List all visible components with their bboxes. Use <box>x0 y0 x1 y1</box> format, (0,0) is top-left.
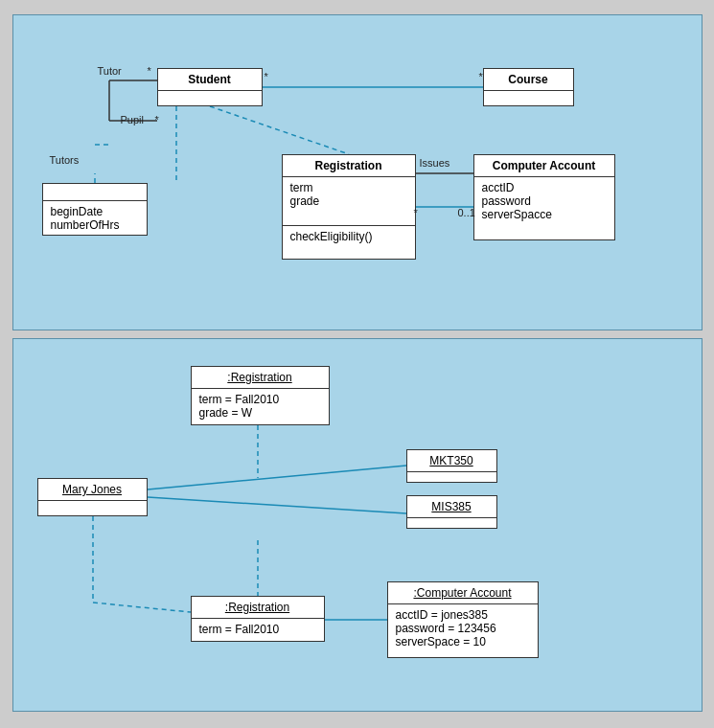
mkt350-object: MKT350 <box>406 449 497 483</box>
registration-method-1: checkEligibility() <box>290 230 407 243</box>
tutoring-attr-1: beginDate <box>51 205 139 218</box>
course-class: Course <box>483 68 574 106</box>
tutoring-attr-2: numberOfHrs <box>51 218 139 232</box>
registration2-object: :Registration term = Fall2010 <box>191 596 325 642</box>
svg-line-7 <box>210 106 349 154</box>
label-star-reg: * <box>414 207 418 218</box>
object-diagram-panel: :Registration term = Fall2010 grade = W … <box>12 338 702 712</box>
ca-attr-3: serverSpacce <box>482 208 607 221</box>
ca-object-header: :Computer Account <box>388 582 538 604</box>
computer-account-object: :Computer Account acctID = jones385 pass… <box>387 581 539 658</box>
registration2-object-header: :Registration <box>192 597 324 619</box>
mis385-object: MIS385 <box>406 495 497 529</box>
ca-obj-attr-1: acctID = jones385 <box>396 608 530 622</box>
label-zero-one: 0..1 <box>458 207 475 218</box>
label-star-2: * <box>265 71 268 82</box>
tutoring-class-header <box>43 184 147 201</box>
registration-class-body: term grade <box>283 177 415 225</box>
registration2-object-body: term = Fall2010 <box>192 619 324 640</box>
label-issues: Issues <box>420 157 450 169</box>
reg1-attr-2: grade = W <box>199 406 321 420</box>
registration-class-header: Registration <box>283 155 415 177</box>
registration-attr-2: grade <box>290 194 407 208</box>
ca-obj-attr-2: password = 123456 <box>396 622 530 635</box>
registration1-object-header: :Registration <box>192 367 329 389</box>
registration1-object-body: term = Fall2010 grade = W <box>192 389 329 423</box>
label-star-pupil: * <box>155 114 159 125</box>
student-class-header: Student <box>158 69 262 91</box>
reg1-attr-1: term = Fall2010 <box>199 393 321 406</box>
computer-account-class-header: Computer Account <box>474 155 614 177</box>
reg2-attr-1: term = Fall2010 <box>199 623 316 636</box>
computer-account-class-body: acctID password serverSpacce <box>474 177 614 225</box>
registration-class: Registration term grade checkEligibility… <box>282 154 416 260</box>
label-star-course: * <box>479 71 483 82</box>
tutoring-class: beginDate numberOfHrs <box>42 183 148 236</box>
main-container: Student Course beginDate numberOfHrs Reg… <box>12 14 702 712</box>
label-tutors: Tutors <box>50 154 80 166</box>
tutoring-class-body: beginDate numberOfHrs <box>43 201 147 236</box>
svg-line-12 <box>148 497 406 513</box>
ca-object-body: acctID = jones385 password = 123456 serv… <box>388 604 538 652</box>
registration-attr-1: term <box>290 181 407 194</box>
student-class: Student <box>157 68 263 106</box>
registration-class-methods: checkEligibility() <box>283 225 415 247</box>
label-pupil: Pupil <box>121 114 144 125</box>
class-diagram-panel: Student Course beginDate numberOfHrs Reg… <box>12 14 702 330</box>
computer-account-class: Computer Account acctID password serverS… <box>473 154 615 240</box>
ca-attr-1: acctID <box>482 181 607 194</box>
object-diagram-connectors <box>13 339 702 711</box>
svg-line-14 <box>93 603 191 612</box>
label-star-1: * <box>148 65 151 77</box>
registration1-object: :Registration term = Fall2010 grade = W <box>191 366 330 425</box>
label-tutor: Tutor <box>98 65 122 77</box>
svg-line-11 <box>148 466 406 489</box>
course-class-header: Course <box>484 69 573 91</box>
mary-jones-header: Mary Jones <box>38 479 147 501</box>
mis385-header: MIS385 <box>407 496 496 518</box>
mary-jones-object: Mary Jones <box>37 478 148 516</box>
ca-attr-2: password <box>482 194 607 208</box>
mkt350-header: MKT350 <box>407 450 496 472</box>
ca-obj-attr-3: serverSpace = 10 <box>396 635 530 648</box>
registration-attr-spacer <box>290 208 407 221</box>
